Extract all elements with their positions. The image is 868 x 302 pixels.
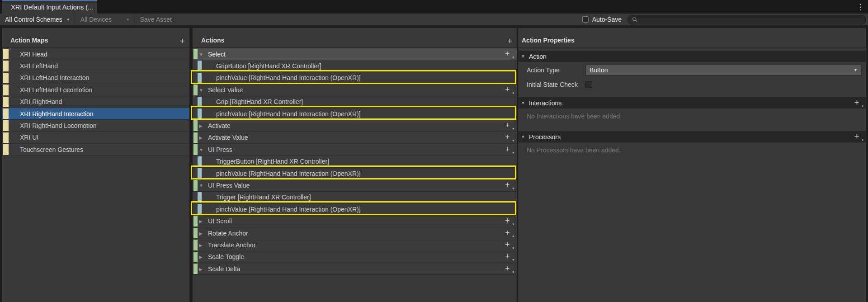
plus-icon: +	[505, 229, 510, 237]
foldout-collapsed-icon[interactable]: ▶	[199, 242, 203, 247]
auto-save-checkbox[interactable]	[582, 16, 589, 23]
action-row[interactable]: ▼Select Value+▾	[193, 84, 517, 96]
action-label: Scale Toggle	[208, 253, 244, 260]
add-binding-button[interactable]: +▾	[505, 265, 512, 273]
action-map-row[interactable]: XRI RightHand	[2, 96, 189, 108]
search-field[interactable]	[627, 15, 866, 24]
devices-dropdown[interactable]: All Devices ▼	[75, 14, 135, 25]
add-binding-button[interactable]: +▾	[505, 122, 512, 129]
add-interaction-button[interactable]: + ▾	[854, 99, 862, 107]
foldout-expanded-icon[interactable]: ▼	[199, 147, 203, 152]
search-input[interactable]	[641, 16, 862, 24]
tab-xri-default-input-actions[interactable]: XRI Default Input Actions (...	[2, 0, 97, 14]
add-binding-button[interactable]: +▾	[505, 253, 512, 260]
action-label: UI Press Value	[208, 182, 250, 189]
foldout-collapsed-icon[interactable]: ▶	[199, 231, 203, 236]
action-label: Rotate Anchor	[208, 230, 248, 237]
interactions-section-title: Interactions	[529, 99, 561, 107]
binding-row-highlighted[interactable]: pinchValue [RightHand Hand Interaction (…	[193, 72, 517, 84]
action-map-row[interactable]: XRI LeftHand	[2, 60, 189, 72]
action-properties-panel: Action Properties ▼ Action Action Type B…	[518, 28, 866, 302]
interactions-section-foldout[interactable]: ▼ Interactions + ▾	[518, 97, 866, 109]
action-map-row[interactable]: XRI UI	[2, 132, 189, 144]
action-map-row[interactable]: XRI Head	[2, 48, 189, 60]
binding-row-highlighted[interactable]: pinchValue [RightHand Hand Interaction (…	[193, 168, 517, 179]
action-section-foldout[interactable]: ▼ Action	[518, 51, 866, 62]
action-row[interactable]: ▼Select+▾	[193, 48, 517, 60]
map-color-stripe	[3, 85, 9, 95]
add-binding-button[interactable]: +▾	[505, 217, 512, 225]
add-binding-button[interactable]: +▾	[505, 134, 512, 141]
save-asset-button[interactable]: Save Asset	[135, 14, 177, 25]
plus-icon: +	[505, 133, 510, 141]
add-binding-button[interactable]: +▾	[505, 182, 512, 189]
add-action-button[interactable]: +	[507, 37, 512, 45]
action-maps-title: Action Maps	[10, 37, 48, 44]
binding-label: TriggerButton [RightHand XR Controller]	[216, 158, 329, 165]
foldout-expanded-icon[interactable]: ▼	[199, 52, 203, 57]
add-processor-button[interactable]: + ▾	[854, 133, 862, 141]
map-color-stripe	[3, 97, 9, 107]
action-map-row[interactable]: XRI RightHand Interaction	[2, 108, 189, 120]
foldout-collapsed-icon[interactable]: ▶	[199, 255, 203, 260]
binding-label: Trigger [RightHand XR Controller]	[216, 193, 311, 201]
binding-row[interactable]: GripButton [RightHand XR Controller]	[193, 60, 517, 72]
processors-section-foldout[interactable]: ▼ Processors + ▾	[518, 131, 866, 142]
binding-row[interactable]: Trigger [RightHand XR Controller]	[193, 192, 517, 203]
plus-caret-icon: ▾	[512, 270, 514, 274]
binding-color-stripe	[198, 109, 202, 119]
foldout-collapsed-icon[interactable]: ▶	[199, 219, 203, 224]
action-label: Translate Anchor	[208, 241, 255, 249]
action-label: Select	[208, 51, 226, 58]
binding-color-stripe	[198, 204, 202, 214]
foldout-collapsed-icon[interactable]: ▶	[199, 123, 203, 128]
action-row[interactable]: ▼UI Press+▾	[193, 144, 517, 156]
interactions-empty-message: No Interactions have been added.	[527, 113, 622, 120]
add-binding-button[interactable]: +▾	[505, 86, 512, 94]
map-color-stripe	[3, 109, 9, 119]
action-color-stripe	[193, 228, 198, 238]
action-type-dropdown[interactable]: Button ▼	[585, 65, 862, 76]
action-row[interactable]: ▶Activate+▾	[193, 120, 517, 132]
action-maps-panel: Action Maps + XRI HeadXRI LeftHandXRI Le…	[2, 28, 189, 302]
action-maps-list: XRI HeadXRI LeftHandXRI LeftHand Interac…	[2, 48, 189, 156]
binding-row-highlighted[interactable]: pinchValue [RightHand Hand Interaction (…	[193, 108, 517, 120]
action-map-row[interactable]: XRI RightHand Locomotion	[2, 120, 189, 132]
kebab-menu-icon[interactable]: ⋮	[855, 1, 865, 12]
toolbar-spacer	[177, 14, 582, 25]
action-row[interactable]: ▶Translate Anchor+▾	[193, 239, 517, 251]
action-row[interactable]: ▶Scale Delta+▾	[193, 263, 517, 275]
binding-row[interactable]: Grip [RightHand XR Controller]	[193, 96, 517, 108]
add-binding-button[interactable]: +▾	[505, 51, 512, 58]
foldout-collapsed-icon[interactable]: ▶	[199, 135, 203, 140]
binding-color-stripe	[198, 97, 202, 107]
action-row[interactable]: ▶Rotate Anchor+▾	[193, 227, 517, 239]
add-binding-button[interactable]: +▾	[505, 241, 512, 249]
foldout-expanded-icon[interactable]: ▼	[199, 183, 203, 188]
initial-state-check-checkbox[interactable]	[585, 81, 592, 88]
binding-row-highlighted[interactable]: pinchValue [RightHand Hand Interaction (…	[193, 203, 517, 215]
action-map-row[interactable]: XRI LeftHand Locomotion	[2, 84, 189, 96]
add-binding-button[interactable]: +▾	[505, 230, 512, 237]
action-row[interactable]: ▶Scale Toggle+▾	[193, 251, 517, 263]
action-type-value: Button	[590, 66, 608, 74]
action-map-row[interactable]: Touchscreen Gestures	[2, 144, 189, 156]
action-map-label: Touchscreen Gestures	[20, 146, 83, 153]
add-binding-button[interactable]: +▾	[505, 146, 512, 153]
binding-label: pinchValue [RightHand Hand Interaction (…	[216, 110, 361, 118]
foldout-expanded-icon[interactable]: ▼	[199, 87, 203, 92]
foldout-collapsed-icon[interactable]: ▶	[199, 266, 203, 271]
action-row[interactable]: ▶Activate Value+▾	[193, 132, 517, 144]
action-row[interactable]: ▶UI Scroll+▾	[193, 215, 517, 227]
add-action-map-button[interactable]: +	[180, 37, 185, 45]
plus-icon: +	[854, 99, 859, 107]
plus-caret-icon: ▾	[512, 187, 514, 190]
control-schemes-dropdown[interactable]: All Control Schemes ▼	[0, 14, 75, 25]
action-section-title: Action	[529, 53, 547, 60]
plus-icon: +	[505, 217, 510, 225]
action-map-row[interactable]: XRI LeftHand Interaction	[2, 72, 189, 84]
control-schemes-label: All Control Schemes	[5, 16, 62, 23]
initial-state-check-label: Initial State Check	[527, 81, 585, 88]
binding-row[interactable]: TriggerButton [RightHand XR Controller]	[193, 156, 517, 168]
action-row[interactable]: ▼UI Press Value+▾	[193, 179, 517, 191]
